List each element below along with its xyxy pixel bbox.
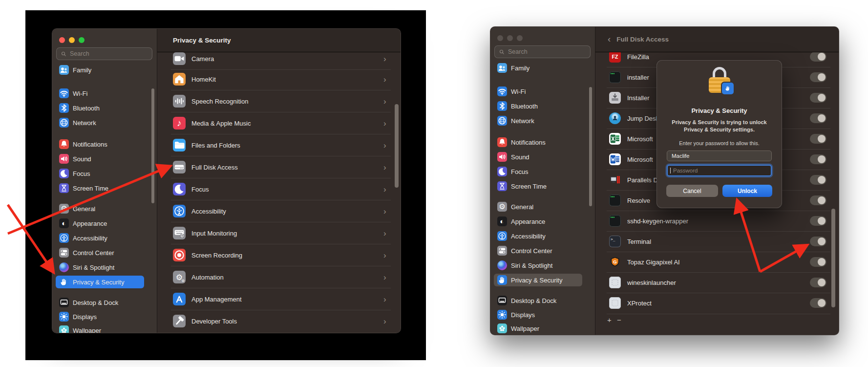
- search-input[interactable]: Search: [56, 47, 152, 60]
- chevron-right-icon: ›: [383, 119, 386, 128]
- notifications-icon: [59, 139, 69, 149]
- close-button[interactable]: [497, 35, 503, 41]
- toggle-installer[interactable]: [810, 72, 826, 82]
- sidebar-item-appearance[interactable]: ◐Appearance: [56, 217, 144, 230]
- toggle-topaz-gigapixel-ai[interactable]: [810, 257, 826, 267]
- zoom-button[interactable]: [79, 37, 85, 43]
- sidebar-scrollbar[interactable]: [151, 88, 154, 203]
- sidebar-item-sound[interactable]: Sound: [494, 151, 582, 163]
- zoom-button[interactable]: [517, 35, 523, 41]
- sidebar-item-appearance[interactable]: ◐Appearance: [494, 215, 582, 228]
- toggle-microsoft[interactable]: [810, 154, 826, 164]
- category-row-app-management[interactable]: App Management: [173, 289, 242, 309]
- add-app-button[interactable]: +: [607, 316, 612, 324]
- sidebar-item-displays[interactable]: Displays: [494, 308, 582, 321]
- password-field[interactable]: Password: [667, 165, 772, 176]
- screen-recording-icon: [173, 249, 186, 261]
- sidebar-item-notifications[interactable]: Notifications: [494, 136, 582, 149]
- category-row-full-disk-access[interactable]: Full Disk Access: [173, 157, 238, 177]
- desktop-dock-icon: [497, 296, 507, 305]
- minimize-button[interactable]: [507, 35, 513, 41]
- cancel-button[interactable]: Cancel: [666, 185, 718, 197]
- sidebar-item-label: Desktop & Dock: [73, 299, 118, 306]
- sidebar-item-general[interactable]: ⚙General: [56, 202, 144, 215]
- pane-scrollbar[interactable]: [831, 209, 835, 307]
- close-button[interactable]: [59, 37, 65, 43]
- category-row-speech-recognition[interactable]: Speech Recognition: [173, 91, 248, 111]
- category-row-files-and-folders[interactable]: Files and Folders: [173, 135, 240, 155]
- sidebar-item-general[interactable]: ⚙General: [494, 200, 582, 213]
- remove-app-button[interactable]: −: [617, 316, 621, 324]
- sidebar-item-network[interactable]: Network: [494, 114, 582, 127]
- back-chevron-icon[interactable]: ‹: [608, 34, 611, 44]
- control-center-icon: [59, 248, 69, 258]
- category-row-focus[interactable]: Focus: [173, 179, 209, 199]
- sidebar-item-siri-spotlight[interactable]: Siri & Spotlight: [56, 261, 144, 274]
- username-field[interactable]: Maclife: [667, 151, 772, 161]
- minimize-button[interactable]: [69, 37, 75, 43]
- toggle-sshd-keygen-wrapper[interactable]: [810, 216, 826, 226]
- sidebar-item-notifications[interactable]: Notifications: [56, 138, 144, 151]
- category-row-homekit[interactable]: HomeKit: [173, 69, 216, 89]
- settings-sidebar: Search FamilyWi-FiBluetoothNetworkNotifi…: [490, 27, 595, 335]
- unlock-button[interactable]: Unlock: [722, 185, 772, 197]
- toggle-knob: [818, 114, 826, 122]
- app-row-parallels-d-6: Parallels D: [609, 171, 658, 189]
- sidebar-item-sound[interactable]: Sound: [56, 152, 144, 165]
- category-label: Files and Folders: [191, 142, 240, 149]
- sidebar-item-bluetooth[interactable]: Bluetooth: [56, 102, 144, 114]
- privacy-security-pane: Privacy & Security Camera›HomeKit›Speech…: [157, 29, 401, 333]
- sidebar-item-accessibility[interactable]: Accessibility: [494, 230, 582, 242]
- category-row-screen-recording[interactable]: Screen Recording: [173, 245, 242, 265]
- toggle-resolve[interactable]: [810, 195, 826, 205]
- sidebar-item-family[interactable]: Family: [494, 62, 582, 74]
- sidebar-item-screen-time[interactable]: Screen Time: [56, 182, 144, 194]
- toggle-xprotect[interactable]: [810, 298, 826, 308]
- sidebar-item-network[interactable]: Network: [56, 116, 144, 129]
- accessibility-icon: [497, 231, 507, 241]
- sidebar-item-wallpaper[interactable]: Wallpaper: [56, 324, 144, 333]
- app-row-jump-desk-3: Jump Desk: [609, 109, 659, 128]
- sidebar-item-wi-fi[interactable]: Wi-Fi: [494, 85, 582, 98]
- pane-scrollbar[interactable]: [395, 104, 399, 188]
- category-row-developer-tools[interactable]: Developer Tools: [173, 311, 237, 331]
- sidebar-item-focus[interactable]: Focus: [494, 165, 582, 178]
- app-label: wineskinlauncher: [627, 279, 676, 286]
- app-label: XProtect: [627, 300, 652, 307]
- sidebar-item-wi-fi[interactable]: Wi-Fi: [56, 87, 144, 100]
- toggle-jump-desk[interactable]: [810, 113, 826, 123]
- sidebar-item-bluetooth[interactable]: Bluetooth: [494, 100, 582, 112]
- sidebar-item-desktop-dock[interactable]: Desktop & Dock: [494, 294, 582, 307]
- sidebar-item-displays[interactable]: Displays: [56, 310, 144, 323]
- toggle-microsoft[interactable]: [810, 134, 826, 144]
- category-row-accessibility[interactable]: Accessibility: [173, 201, 226, 221]
- toggle-filezilla[interactable]: [810, 52, 826, 62]
- category-row-automation[interactable]: ⚙⚙Automation: [173, 267, 224, 287]
- sidebar-item-control-center[interactable]: Control Center: [56, 246, 144, 259]
- toggle-parallels-d[interactable]: [810, 175, 826, 185]
- sidebar-item-control-center[interactable]: Control Center: [494, 244, 582, 257]
- displays-icon: [59, 312, 69, 322]
- sidebar-item-siri-spotlight[interactable]: Siri & Spotlight: [494, 259, 582, 272]
- sidebar-item-privacy-security[interactable]: Privacy & Security: [494, 274, 582, 286]
- sidebar-item-desktop-dock[interactable]: Desktop & Dock: [56, 296, 144, 309]
- sidebar-item-screen-time[interactable]: Screen Time: [494, 180, 582, 193]
- sidebar-item-wallpaper[interactable]: Wallpaper: [494, 322, 582, 335]
- automation-icon: ⚙⚙: [173, 271, 186, 283]
- search-input[interactable]: Search: [494, 45, 591, 58]
- sidebar-item-focus[interactable]: Focus: [56, 167, 144, 180]
- sidebar-item-privacy-security[interactable]: Privacy & Security: [56, 276, 144, 288]
- category-row-input-monitoring[interactable]: Input Monitoring: [173, 223, 237, 243]
- toggle-terminal[interactable]: [810, 237, 826, 246]
- category-row-media-apple-music[interactable]: ♪Media & Apple Music: [173, 113, 251, 133]
- toggle-installer[interactable]: [810, 93, 826, 103]
- sidebar-item-family[interactable]: Family: [56, 64, 144, 76]
- app-row-wineskinlauncher-11: wineskinlauncher: [609, 273, 676, 292]
- svg-text:>_: >_: [611, 237, 615, 241]
- toggle-wineskinlauncher[interactable]: [810, 278, 826, 287]
- sidebar-item-accessibility[interactable]: Accessibility: [56, 232, 144, 244]
- category-label: Media & Apple Music: [191, 120, 251, 127]
- sidebar-scrollbar[interactable]: [589, 87, 592, 206]
- padlock-icon: [709, 67, 730, 95]
- wifi-icon: [59, 88, 69, 98]
